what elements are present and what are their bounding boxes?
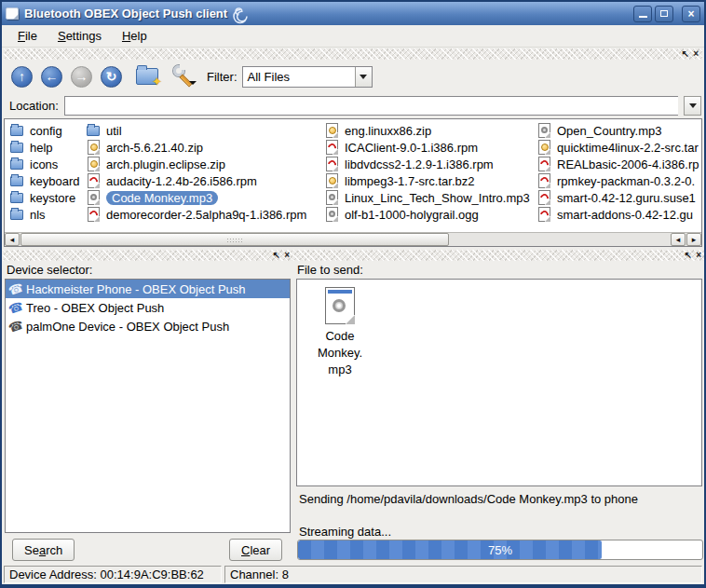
- file-item[interactable]: Open_Country.mp3: [537, 122, 702, 139]
- file-browser: ◂ ◂ ▸ confighelpiconskeyboardkeystorenls…: [4, 118, 702, 247]
- rpm-icon: [87, 207, 102, 222]
- device-item[interactable]: ☎palmOne Device - OBEX Object Push: [6, 317, 290, 335]
- device-address-cell: Device Address: 00:14:9A:C9:BB:62: [4, 566, 222, 583]
- device-list: ☎Hackmeister Phone - OBEX Object Push☎Tr…: [5, 279, 291, 533]
- file-name: nls: [30, 208, 46, 222]
- location-label: Location:: [9, 99, 59, 113]
- file-item[interactable]: demorecorder-2.5alpha9q-1.i386.rpm: [87, 206, 323, 223]
- menu-item-help[interactable]: Help: [114, 27, 156, 45]
- new-folder-star-icon: ✦: [152, 75, 162, 89]
- search-button[interactable]: Search: [12, 539, 75, 561]
- file-item[interactable]: Linux_Linc_Tech_Show_Intro.mp3: [325, 189, 536, 206]
- device-item[interactable]: ☎Hackmeister Phone - OBEX Object Push: [6, 280, 290, 298]
- file-item[interactable]: smart-addons-0.42-12.gu: [537, 206, 702, 223]
- audio-file-icon: [325, 287, 355, 324]
- dock-close-icon[interactable]: ×: [284, 251, 290, 260]
- file-item[interactable]: icons: [10, 156, 85, 172]
- forward-button[interactable]: →: [71, 66, 92, 88]
- file-item[interactable]: audacity-1.2.4b-26.i586.rpm: [87, 172, 323, 189]
- device-item[interactable]: ☎Treo - OBEX Object Push: [6, 298, 290, 317]
- file-name: ICAClient-9.0-1.i386.rpm: [345, 141, 478, 155]
- reload-button[interactable]: ↻: [101, 66, 122, 88]
- file-item[interactable]: util: [87, 122, 323, 139]
- file-item[interactable]: keyboard: [10, 172, 85, 189]
- progress-bar: 75%: [297, 540, 703, 560]
- file-column-3: eng.linuxx86.zipICAClient-9.0-1.i386.rpm…: [325, 122, 536, 223]
- file-item[interactable]: Code Monkey.mp3: [87, 189, 323, 206]
- folder-icon: [10, 157, 25, 171]
- send-file-item[interactable]: CodeMonkey.mp3: [310, 287, 370, 378]
- file-item[interactable]: eng.linuxx86.zip: [325, 122, 536, 139]
- undock-icon[interactable]: ↖: [682, 49, 689, 59]
- file-name: keyboard: [30, 174, 79, 188]
- file-item[interactable]: arch-5.6.21.40.zip: [87, 139, 323, 156]
- location-input[interactable]: [64, 96, 678, 116]
- scroll-left-button-2[interactable]: ◂: [671, 233, 686, 246]
- send-panel-dock-strip[interactable]: ↖ ×: [293, 250, 704, 261]
- zip-icon: [537, 140, 552, 155]
- toolbar-dock-strip[interactable]: ↖ ×: [4, 48, 702, 60]
- audio-icon: [325, 190, 340, 205]
- menu-item-settings[interactable]: Settings: [49, 27, 110, 45]
- file-item[interactable]: REALbasic-2006-4.i386.rp: [537, 156, 702, 172]
- device-selector-panel: ↖ × Device selector: ☎Hackmeister Phone …: [3, 250, 292, 563]
- menu-item-file[interactable]: File: [9, 27, 46, 45]
- app-window: Bluetooth OBEX Object Push client × File…: [0, 0, 706, 588]
- location-dropdown-button[interactable]: [684, 96, 701, 116]
- new-folder-button[interactable]: ✦: [136, 68, 158, 85]
- phone-icon: ☎: [7, 280, 24, 297]
- phone-icon: ☎: [7, 298, 24, 316]
- back-button[interactable]: ←: [41, 66, 62, 88]
- chevron-down-icon: [360, 75, 367, 83]
- file-item[interactable]: nls: [10, 206, 85, 223]
- filter-combobox[interactable]: All Files: [242, 66, 373, 88]
- scrollbar-thumb[interactable]: [20, 233, 449, 246]
- configure-button[interactable]: [171, 64, 196, 89]
- rpm-icon: [537, 190, 552, 205]
- undock-icon[interactable]: ↖: [273, 251, 280, 260]
- file-item[interactable]: ICAClient-9.0-1.i386.rpm: [325, 139, 536, 156]
- chevron-down-icon: [689, 103, 697, 112]
- dock-close-icon[interactable]: ×: [693, 49, 699, 59]
- file-name: smart-0.42-12.guru.suse1: [557, 191, 696, 205]
- file-item[interactable]: keystore: [10, 189, 85, 206]
- titlebar: Bluetooth OBEX Object Push client ×: [2, 2, 704, 25]
- horizontal-scrollbar[interactable]: ◂ ◂ ▸: [5, 232, 701, 246]
- channel-cell: Channel: 8: [224, 566, 702, 583]
- minimize-icon: [639, 16, 647, 19]
- file-item[interactable]: libdvdcss2-1.2.9-1.i386.rpm: [325, 156, 536, 172]
- close-button[interactable]: ×: [682, 6, 700, 22]
- maximize-button[interactable]: [655, 6, 673, 22]
- file-item[interactable]: quicktime4linux-2.2-src.tar: [537, 139, 702, 156]
- clear-button[interactable]: Clear: [229, 539, 282, 561]
- filter-value: All Files: [243, 70, 355, 84]
- file-item[interactable]: libmpeg3-1.7-src.tar.bz2: [325, 172, 536, 189]
- undock-icon[interactable]: ↖: [685, 251, 692, 260]
- file-item[interactable]: rpmkey-packman-0.3.2-0.: [537, 172, 702, 189]
- file-item[interactable]: smart-0.42-12.guru.suse1: [537, 189, 702, 206]
- file-item[interactable]: arch.plugin.eclipse.zip: [87, 156, 323, 172]
- file-item[interactable]: olf-b1-1000-holygrail.ogg: [325, 206, 536, 223]
- dock-close-icon[interactable]: ×: [696, 251, 701, 260]
- folder-icon: [10, 123, 25, 138]
- zip-icon: [325, 123, 340, 138]
- scroll-left-button[interactable]: ◂: [5, 233, 20, 246]
- statusbar: Device Address: 00:14:9A:C9:BB:62 Channe…: [2, 564, 704, 584]
- file-item[interactable]: help: [10, 139, 85, 156]
- file-name: smart-addons-0.42-12.gu: [557, 208, 693, 222]
- wrench-notch: [180, 64, 185, 70]
- file-item[interactable]: config: [10, 122, 85, 139]
- file-name: audacity-1.2.4b-26.i586.rpm: [106, 174, 257, 188]
- file-column-1: confighelpiconskeyboardkeystorenls: [10, 122, 85, 223]
- device-panel-dock-strip[interactable]: ↖ ×: [3, 250, 292, 261]
- minimize-button[interactable]: [633, 6, 652, 22]
- file-name: Open_Country.mp3: [557, 124, 662, 138]
- file-name: libdvdcss2-1.2.9-1.i386.rpm: [345, 157, 494, 171]
- file-to-send-label: File to send:: [293, 261, 704, 278]
- scroll-right-button[interactable]: ▸: [686, 233, 701, 246]
- filter-dropdown-button[interactable]: [355, 67, 372, 87]
- sending-status-text: Sending /home/pdavila/downloads/Code Mon…: [299, 492, 638, 506]
- streaming-status-text: Streaming data...: [299, 525, 391, 539]
- up-button[interactable]: ↑: [11, 66, 33, 88]
- rpm-icon: [537, 157, 552, 171]
